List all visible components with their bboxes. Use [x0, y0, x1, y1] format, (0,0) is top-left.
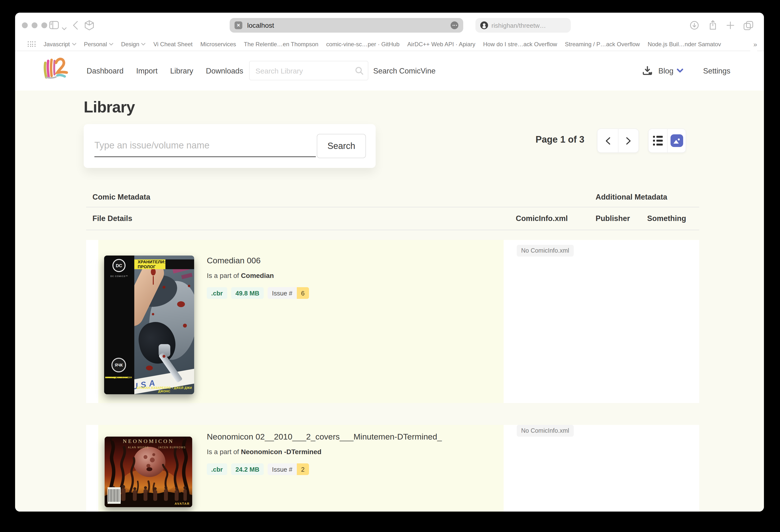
- comic-series: Is a part ofComedian: [207, 272, 309, 279]
- desktop: ✕ localhost rishighan/threetw… Javascrip…: [0, 0, 780, 532]
- publisher-logo: AVATAR: [175, 502, 190, 505]
- art-shape: [146, 366, 153, 371]
- url-text: localhost: [247, 21, 450, 29]
- comic-details: Comedian 006 Is a part ofComedian .cbr 4…: [207, 254, 309, 299]
- search-button[interactable]: Search: [317, 134, 366, 158]
- threetwo-logo[interactable]: [41, 56, 69, 79]
- comic-title[interactable]: Comedian 006: [207, 254, 309, 267]
- issue-search-input[interactable]: [94, 135, 316, 157]
- bookmark-item[interactable]: The Relentle…en Thompson: [244, 41, 318, 48]
- library-page: Library Search Page 1 of 3 Comic Metadat…: [15, 91, 764, 512]
- chevron-left-icon: [605, 137, 611, 145]
- column-something: Something: [647, 207, 686, 230]
- list-view-button[interactable]: [649, 129, 667, 152]
- issue-number-tag: Issue # 2: [267, 464, 309, 475]
- header-search-input[interactable]: [249, 61, 368, 80]
- cover-authors: БРАЙАН АЗЗАРЕЛЛО • ДЖЕЙ ДЖИ ДЖОНС: [135, 386, 193, 393]
- art-shape: [162, 286, 165, 289]
- bookmark-item[interactable]: comic-vine-sc…per · GitHub: [326, 41, 399, 48]
- primary-nav: Dashboard Import Library Downloads: [87, 51, 243, 91]
- art-shape: [183, 324, 187, 328]
- art-shape: [151, 268, 156, 276]
- cover-top-banner: ХРАНИТЕЛИ: ПРОЛОГ 6: [134, 259, 194, 269]
- chevron-down-icon[interactable]: [62, 24, 67, 33]
- chevron-down-icon: [141, 43, 146, 46]
- comicinfo-status-badge: No ComicInfo.xml: [517, 245, 574, 256]
- cover-author: ALAN MOORE: [128, 446, 149, 449]
- tab-overview-icon[interactable]: [743, 21, 753, 32]
- dc-logo: DC: [112, 259, 126, 272]
- gallery-view-button[interactable]: [667, 129, 686, 152]
- comic-row[interactable]: USA DC DC COMICS™ ЯЧК ПЕРЕВОД: DISCORD О…: [86, 240, 699, 403]
- art-shape: [152, 313, 154, 316]
- download-icon[interactable]: [643, 66, 652, 75]
- bookmarks-bar: Javascript Personal Design Vi Cheat Shee…: [15, 38, 764, 51]
- issue-number-tag: Issue # 6: [267, 287, 309, 299]
- bookmark-folder-javascript[interactable]: Javascript: [44, 41, 76, 48]
- bookmark-item[interactable]: How do I stre…ack Overflow: [483, 41, 557, 48]
- comic-series: Is a part ofNeonomicon -DTermined: [207, 448, 442, 455]
- seal-logo: ЯЧК: [111, 358, 126, 372]
- dc-label: DC COMICS™: [104, 275, 134, 278]
- chevron-right-icon: [626, 137, 631, 145]
- sidebar-icon[interactable]: [49, 21, 59, 31]
- table-column-headers: File Details ComicInfo.xml Publisher Som…: [86, 207, 699, 230]
- header-search: [249, 61, 368, 80]
- browser-toolbar: ✕ localhost rishighan/threetw… Javascrip…: [15, 13, 764, 51]
- cover-spine: DC DC COMICS™ ЯЧК ПЕРЕВОД: DISCORD ОФОРМ…: [104, 255, 134, 394]
- comic-title[interactable]: Neonomicon 02__2010___2_covers___Minutem…: [207, 431, 442, 443]
- bookmarks-grid-icon[interactable]: [28, 41, 36, 47]
- new-tab-icon[interactable]: [726, 21, 735, 32]
- comic-tags: .cbr 49.8 MB Issue # 6: [207, 287, 309, 299]
- column-comicinfo: ComicInfo.xml: [516, 207, 568, 230]
- nav-downloads[interactable]: Downloads: [206, 66, 243, 75]
- art-shape: [181, 273, 193, 279]
- comic-row[interactable]: NEONOMICON ALAN MOORE JACEN BURROWS AVAT…: [86, 425, 699, 512]
- nav-dashboard[interactable]: Dashboard: [87, 66, 124, 75]
- search-icon: [355, 67, 363, 75]
- bookmark-folder-design[interactable]: Design: [121, 41, 146, 48]
- file-extension-tag: .cbr: [207, 464, 227, 475]
- bookmark-item[interactable]: Vi Cheat Sheet: [153, 41, 193, 48]
- art-shape: [162, 355, 165, 358]
- comicinfo-status-badge: No ComicInfo.xml: [517, 425, 574, 437]
- bookmark-folder-personal[interactable]: Personal: [84, 41, 113, 48]
- next-page-button[interactable]: [618, 129, 638, 152]
- downloads-icon[interactable]: [690, 21, 699, 32]
- cover-author: JACEN BURROWS: [158, 446, 186, 449]
- comic-details: Neonomicon 02__2010___2_covers___Minutem…: [207, 431, 442, 475]
- zoom-window-button[interactable]: [41, 22, 47, 28]
- close-window-button[interactable]: [22, 22, 28, 28]
- file-size-tag: 24.2 MB: [231, 464, 264, 475]
- table-group-headers: Comic Metadata Additional Metadata: [86, 187, 699, 207]
- extension-cube-icon[interactable]: [84, 20, 94, 33]
- nav-library[interactable]: Library: [170, 66, 193, 75]
- bookmark-item[interactable]: Streaming / P…ack Overflow: [565, 41, 640, 48]
- comic-cover-neonomicon[interactable]: NEONOMICON ALAN MOORE JACEN BURROWS AVAT…: [105, 437, 192, 507]
- bookmark-item[interactable]: Node.js Buil…nder Samatov: [648, 41, 721, 48]
- barcode: [107, 487, 121, 504]
- bookmark-item[interactable]: Microservices: [200, 41, 236, 48]
- bookmarks-overflow-button[interactable]: »: [750, 38, 757, 51]
- comic-cover-comedian[interactable]: USA DC DC COMICS™ ЯЧК ПЕРЕВОД: DISCORD О…: [104, 255, 194, 394]
- back-icon[interactable]: [72, 21, 78, 32]
- more-options-icon[interactable]: [450, 21, 458, 29]
- address-bar[interactable]: ✕ localhost: [230, 18, 463, 33]
- library-table: Comic Metadata Additional Metadata File …: [86, 187, 699, 512]
- file-extension-tag: .cbr: [207, 287, 227, 299]
- nav-settings[interactable]: Settings: [703, 51, 730, 91]
- tab-github[interactable]: rishighan/threetw…: [475, 18, 571, 33]
- app-header: Dashboard Import Library Downloads Searc…: [15, 51, 764, 91]
- site-favicon: ✕: [235, 21, 242, 29]
- cover-title: NEONOMICON: [105, 438, 192, 444]
- nav-import[interactable]: Import: [136, 66, 158, 75]
- nav-blog[interactable]: Blog: [659, 51, 683, 91]
- image-icon: [670, 134, 683, 147]
- share-icon[interactable]: [709, 20, 717, 32]
- bookmark-item[interactable]: AirDC++ Web API · Apiary: [407, 41, 475, 48]
- nav-search-comicvine[interactable]: Search ComicVine: [373, 51, 436, 91]
- minimize-window-button[interactable]: [32, 22, 38, 28]
- prev-page-button[interactable]: [597, 129, 618, 152]
- library-search-card: Search: [84, 124, 376, 168]
- browser-window: ✕ localhost rishighan/threetw… Javascrip…: [15, 13, 764, 512]
